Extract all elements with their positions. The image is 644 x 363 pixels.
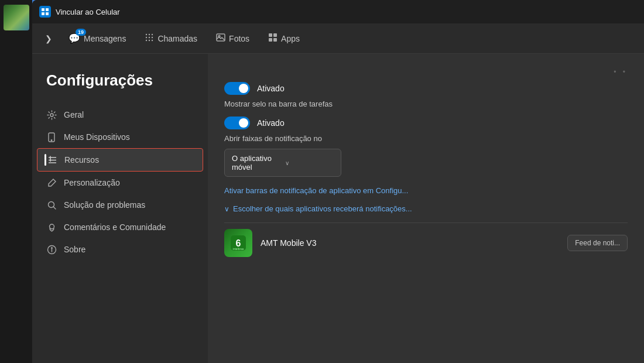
app-row-amt: 6 intelbras AMT Mobile V3 Feed de noti..… xyxy=(224,222,628,263)
comentarios-icon xyxy=(46,222,57,232)
menu-item-personalizacao[interactable]: Personalização xyxy=(32,172,208,194)
nav-bar: ❯ 💬 Mensagens 19 Chamadas xyxy=(32,23,644,54)
svg-rect-16 xyxy=(273,33,277,37)
menu-item-dispositivos[interactable]: Meus Dispositivos xyxy=(32,126,208,148)
menu-item-comentarios[interactable]: Comentários e Comunidade xyxy=(32,216,208,238)
sobre-icon xyxy=(46,244,57,255)
svg-point-10 xyxy=(146,39,147,40)
window-title: Vincular ao Celular xyxy=(56,8,120,16)
svg-point-9 xyxy=(152,36,153,37)
settings-sidebar: Configurações Geral xyxy=(32,54,208,363)
main-content: Configurações Geral xyxy=(32,54,644,363)
toggle-label-2: Ativado xyxy=(257,118,285,128)
recursos-icon xyxy=(47,155,57,165)
svg-point-11 xyxy=(149,39,150,40)
svg-point-32 xyxy=(51,247,52,248)
svg-text:intelbras: intelbras xyxy=(233,247,244,251)
app-icon-inner: 6 intelbras xyxy=(224,229,252,257)
svg-rect-17 xyxy=(269,38,272,42)
solucao-icon xyxy=(46,200,57,210)
svg-point-29 xyxy=(49,224,54,229)
toggle-ativado-1[interactable] xyxy=(224,82,250,95)
tab-calls[interactable]: Chamadas xyxy=(136,28,205,50)
settings-content-panel: • • Ativado Mostrar selo na barra de tar… xyxy=(208,54,644,363)
geral-icon xyxy=(46,109,57,120)
app-window: Vincular ao Celular ❯ 💬 Mensagens 19 Cha… xyxy=(32,0,644,363)
svg-point-8 xyxy=(149,36,150,37)
toggle-ativado-2[interactable] xyxy=(224,117,250,129)
settings-link[interactable]: Ativar barras de notificação de aplicati… xyxy=(224,186,628,195)
tab-photos[interactable]: Fotos xyxy=(208,28,258,50)
dropdown-arrow-icon: ∨ xyxy=(285,160,334,166)
photos-icon xyxy=(216,33,225,44)
menu-item-solucao[interactable]: Solução de problemas xyxy=(32,194,208,216)
phone-thumbnail xyxy=(4,5,29,30)
menu-item-recursos[interactable]: Recursos xyxy=(37,148,203,172)
messages-badge: 19 xyxy=(76,29,86,36)
svg-rect-3 xyxy=(46,12,49,15)
svg-rect-1 xyxy=(46,8,49,11)
dropdown-row: O aplicativo móvel ∨ xyxy=(224,149,628,177)
app-name-amt: AMT Mobile V3 xyxy=(261,238,316,248)
expand-chevron-icon: ∨ xyxy=(224,205,229,213)
app-feed-button[interactable]: Feed de noti... xyxy=(567,235,628,251)
back-button[interactable]: ❯ xyxy=(39,29,58,48)
notification-dropdown[interactable]: O aplicativo móvel ∨ xyxy=(224,149,341,177)
svg-point-21 xyxy=(51,139,52,141)
settings-title: Configurações xyxy=(32,66,208,104)
svg-rect-15 xyxy=(269,33,272,37)
dots-decoration: • • xyxy=(224,68,628,76)
svg-point-6 xyxy=(152,33,153,35)
toggle-row-2: Ativado xyxy=(224,117,628,129)
svg-point-7 xyxy=(146,36,147,37)
personalizacao-icon xyxy=(46,177,57,188)
toggle-label-1: Ativado xyxy=(257,84,285,93)
svg-point-19 xyxy=(50,114,53,117)
svg-point-4 xyxy=(146,33,147,35)
app-icon xyxy=(39,6,51,18)
tab-apps[interactable]: Apps xyxy=(260,28,308,50)
expand-label: Escolher de quais aplicativos receberá n… xyxy=(233,204,412,213)
title-bar: Vincular ao Celular xyxy=(32,0,644,23)
toggle-row-1: Ativado xyxy=(224,82,628,95)
tab-messages[interactable]: 💬 Mensagens 19 xyxy=(60,28,134,50)
dispositivos-icon xyxy=(46,132,57,142)
apps-icon xyxy=(268,33,278,44)
svg-point-5 xyxy=(149,33,150,35)
menu-item-geral[interactable]: Geral xyxy=(32,104,208,126)
svg-rect-18 xyxy=(273,38,277,42)
svg-rect-2 xyxy=(42,12,44,15)
calls-icon xyxy=(145,33,154,44)
app-icon-amt: 6 intelbras xyxy=(224,229,252,257)
menu-item-sobre[interactable]: Sobre xyxy=(32,238,208,261)
svg-line-28 xyxy=(53,207,56,209)
toggle-desc-2: Abrir faixas de notificação no xyxy=(224,134,628,143)
expand-apps-row[interactable]: ∨ Escolher de quais aplicativos receberá… xyxy=(224,204,628,213)
sidebar-thumbnail xyxy=(0,0,32,363)
svg-point-12 xyxy=(152,39,153,40)
svg-rect-0 xyxy=(42,8,44,11)
toggle-desc-1: Mostrar selo na barra de tarefas xyxy=(224,100,628,108)
